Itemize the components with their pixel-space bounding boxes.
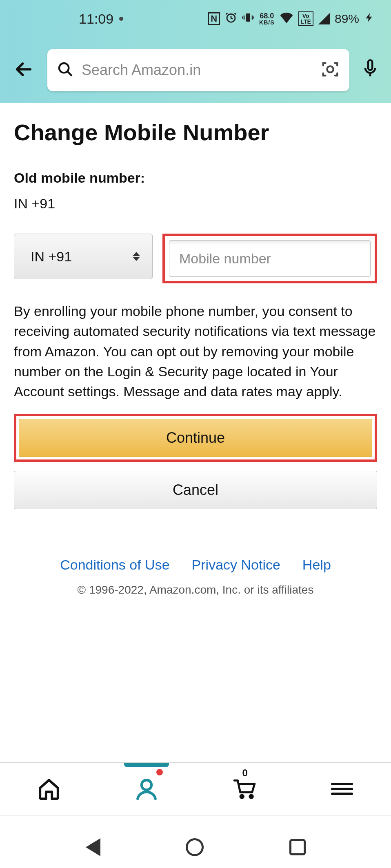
cancel-button[interactable]: Cancel [14,471,377,509]
tab-menu[interactable] [322,771,362,807]
bottom-tab-bar: 0 [0,762,391,815]
hamburger-icon [331,780,353,797]
select-chevron-icon [133,252,140,261]
link-conditions[interactable]: Conditions of Use [60,557,169,573]
link-privacy[interactable]: Privacy Notice [192,557,280,573]
app-header [0,38,391,103]
tab-profile[interactable] [126,771,167,807]
status-bar: 11:09 N 68.0 KB/S Vo LTE 89% [0,0,391,38]
continue-highlight: Continue [14,414,377,462]
consent-text: By enrolling your mobile phone number, y… [14,301,377,402]
tab-home[interactable] [29,771,69,807]
mobile-number-highlight [162,234,377,283]
voice-search-icon[interactable] [362,59,379,82]
sys-back-icon[interactable] [86,838,100,856]
network-speed: 68.0 KB/S [259,12,274,25]
active-tab-indicator [124,763,169,767]
footer-links: Conditions of Use Privacy Notice Help [14,557,377,573]
volte-icon: Vo LTE [298,11,313,26]
nfc-icon: N [208,12,220,25]
country-code-select[interactable]: IN +91 [14,234,153,279]
sys-home-icon[interactable] [186,838,204,856]
cart-count-badge: 0 [242,767,247,779]
status-icons: N 68.0 KB/S Vo LTE 89% [208,11,375,27]
system-nav-bar [0,827,391,868]
search-input[interactable] [73,62,321,79]
network-speed-value: 68.0 [260,12,274,20]
battery-percent: 89% [335,12,359,26]
tab-cart[interactable]: 0 [224,771,265,807]
svg-point-5 [142,780,151,790]
page-title: Change Mobile Number [14,119,377,146]
notification-dot-icon [156,769,163,775]
vibrate-icon [242,11,254,27]
alarm-icon [225,11,237,27]
phone-input-row: IN +91 [14,234,377,283]
svg-rect-1 [246,13,250,22]
search-box[interactable] [47,49,349,91]
svg-point-6 [240,795,243,798]
sys-recents-icon[interactable] [289,839,306,855]
svg-point-3 [327,66,333,72]
status-time: 11:09 [79,11,113,27]
wifi-icon [280,12,293,26]
svg-rect-4 [368,60,372,70]
old-number-value: IN +91 [14,196,377,212]
footer-divider [0,538,391,538]
volte-bottom: LTE [301,19,311,24]
status-dot-icon [119,17,123,21]
page-content: Change Mobile Number Old mobile number: … [0,103,391,596]
continue-button[interactable]: Continue [19,419,372,457]
charging-icon [364,11,375,27]
copyright-text: © 1996-2022, Amazon.com, Inc. or its aff… [14,583,377,596]
camera-search-icon[interactable] [321,60,340,80]
back-button[interactable] [12,58,35,82]
volte-top: Vo [302,13,309,19]
mobile-number-input[interactable] [169,240,371,277]
svg-point-7 [250,795,253,798]
old-number-label: Old mobile number: [14,170,377,186]
network-speed-unit: KB/S [259,20,274,25]
search-icon [57,61,73,79]
country-code-value: IN +91 [31,249,72,265]
signal-icon [318,13,330,24]
link-help[interactable]: Help [302,557,331,573]
